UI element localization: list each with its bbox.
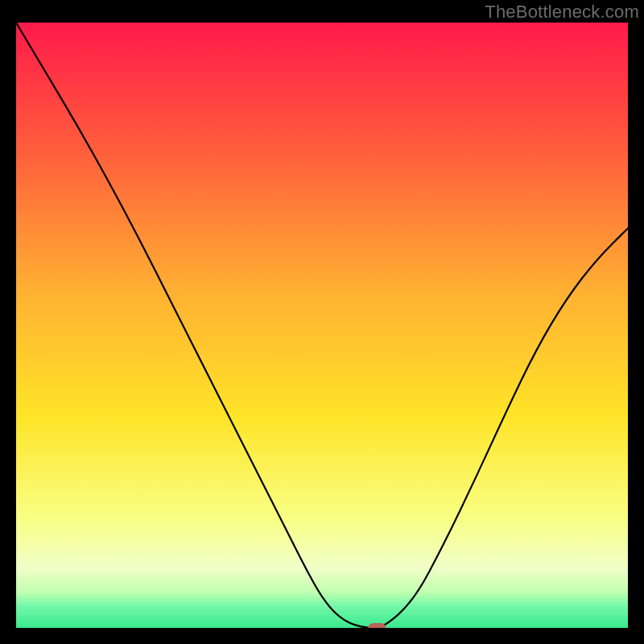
- optimal-point-marker: [368, 623, 386, 628]
- bottleneck-chart: [16, 23, 628, 628]
- chart-background-gradient: [16, 23, 628, 628]
- attribution-text: TheBottleneck.com: [485, 2, 639, 23]
- chart-frame: TheBottleneck.com: [0, 0, 644, 644]
